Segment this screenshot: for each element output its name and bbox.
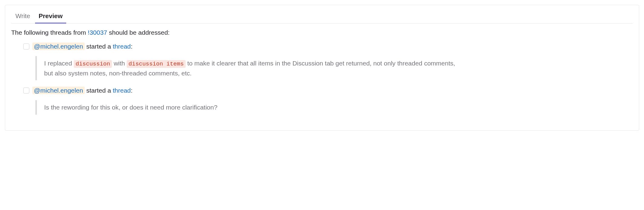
- task-checkbox[interactable]: [23, 88, 29, 94]
- quote-text-mid: with: [112, 60, 127, 67]
- started-a-text: started a: [85, 87, 113, 94]
- tab-preview[interactable]: Preview: [34, 10, 67, 23]
- intro-prefix: The following threads from: [11, 29, 88, 36]
- thread-item: @michel.engelen started a thread: Is the…: [23, 87, 633, 115]
- thread-link[interactable]: thread: [113, 87, 131, 94]
- thread-head: @michel.engelen started a thread:: [23, 43, 633, 50]
- task-checkbox[interactable]: [23, 43, 29, 49]
- intro-suffix: should be addressed:: [107, 29, 170, 36]
- thread-link[interactable]: thread: [113, 43, 131, 50]
- merge-request-link[interactable]: !30037: [88, 29, 107, 36]
- thread-head-text: @michel.engelen started a thread:: [32, 87, 132, 94]
- quote-text: Is the rewording for this ok, or does it…: [44, 104, 217, 111]
- tab-write[interactable]: Write: [11, 10, 34, 23]
- quote-text-pre: I replaced: [44, 60, 74, 67]
- thread-quote: I replaced discussion with discussion it…: [35, 56, 459, 80]
- started-a-text: started a: [85, 43, 113, 50]
- colon-text: :: [131, 43, 133, 50]
- thread-head-text: @michel.engelen started a thread:: [32, 43, 132, 50]
- tabs: Write Preview: [11, 10, 633, 24]
- thread-list: @michel.engelen started a thread: I repl…: [11, 43, 633, 115]
- code-inline: discussion: [74, 60, 112, 68]
- colon-text: :: [131, 87, 133, 94]
- intro-text: The following threads from !30037 should…: [11, 29, 633, 36]
- code-inline: discussion items: [127, 60, 185, 68]
- comment-panel: Write Preview The following threads from…: [5, 5, 639, 131]
- thread-quote: Is the rewording for this ok, or does it…: [35, 100, 459, 115]
- thread-item: @michel.engelen started a thread: I repl…: [23, 43, 633, 80]
- user-mention[interactable]: @michel.engelen: [32, 43, 85, 50]
- thread-head: @michel.engelen started a thread:: [23, 87, 633, 94]
- user-mention[interactable]: @michel.engelen: [32, 87, 85, 94]
